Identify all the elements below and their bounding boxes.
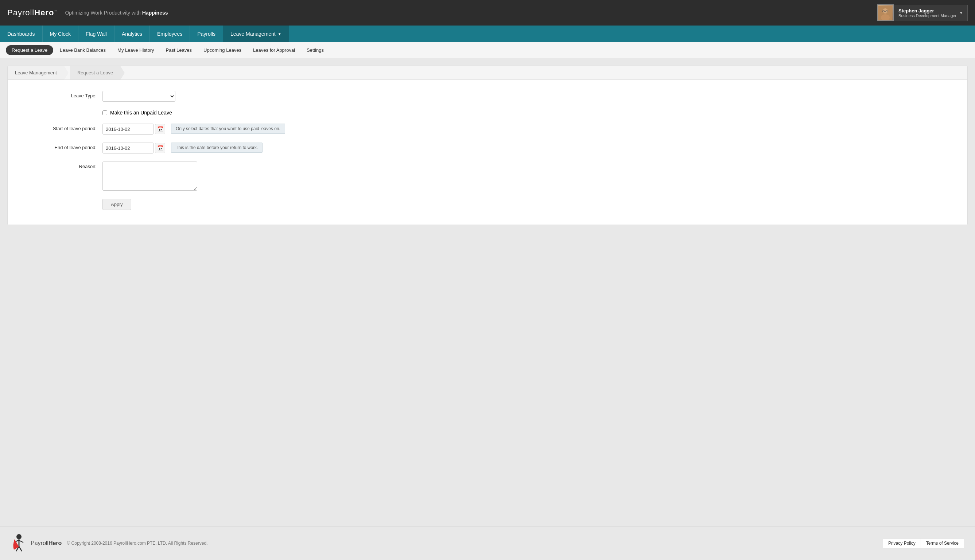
sub-nav-request-a-leave[interactable]: Request a Leave <box>6 45 53 55</box>
footer: PayrollHero © Copyright 2008-2016 Payrol… <box>0 526 975 560</box>
user-info[interactable]: Stephen Jagger Business Development Mana… <box>894 5 968 21</box>
sub-nav-settings[interactable]: Settings <box>302 45 329 55</box>
start-date-label: Start of leave period: <box>22 123 102 131</box>
footer-hero: Hero <box>48 540 62 546</box>
reason-group: Reason: <box>22 162 953 191</box>
logo-text: PayrollHero™ <box>7 8 58 18</box>
user-role: Business Development Manager <box>898 13 957 18</box>
nav-item-payrolls[interactable]: Payrolls <box>190 25 223 42</box>
logo-payroll: Payroll <box>7 8 34 17</box>
start-date-input-group: 📅 <box>102 123 165 135</box>
footer-copyright: © Copyright 2008-2016 PayrollHero.com PT… <box>67 541 207 546</box>
footer-logo <box>11 534 25 553</box>
end-date-input[interactable] <box>102 143 153 153</box>
nav-leave-management-label: Leave Management <box>230 31 276 37</box>
unpaid-leave-label <box>22 110 102 112</box>
end-date-label: End of leave period: <box>22 143 102 150</box>
logo: PayrollHero™ <box>7 8 58 18</box>
leave-type-label: Leave Type: <box>22 91 102 98</box>
main-nav: Dashboards My Clock Flag Wall Analytics … <box>0 25 975 42</box>
nav-item-flag-wall[interactable]: Flag Wall <box>78 25 115 42</box>
svg-point-6 <box>17 534 22 539</box>
sub-nav: Request a Leave Leave Bank Balances My L… <box>0 42 975 58</box>
user-name: Stephen Jagger <box>898 8 957 13</box>
header-right: Stephen Jagger Business Development Mana… <box>877 4 968 21</box>
logo-tm: ™ <box>54 10 58 13</box>
end-calendar-icon[interactable]: 📅 <box>155 143 165 153</box>
logo-hero: Hero <box>34 8 54 17</box>
nav-item-my-clock[interactable]: My Clock <box>43 25 79 42</box>
header: PayrollHero™ Optimizing Work Productivit… <box>0 0 975 25</box>
reason-textarea[interactable] <box>102 162 197 191</box>
nav-item-leave-management[interactable]: Leave Management ▼ <box>223 25 289 42</box>
avatar-image <box>878 5 893 20</box>
chevron-down-icon: ▼ <box>278 32 282 36</box>
apply-button-row: Apply <box>22 199 953 210</box>
svg-line-9 <box>19 540 23 542</box>
breadcrumb-leave-management: Leave Management <box>8 66 64 80</box>
chevron-down-icon: ▼ <box>959 11 963 15</box>
breadcrumb: Leave Management Request a Leave <box>8 66 967 80</box>
reason-label: Reason: <box>22 162 102 169</box>
leave-type-select[interactable] <box>102 91 175 102</box>
tagline-prefix: Optimizing Work Productivity with <box>65 10 142 16</box>
avatar <box>877 4 894 21</box>
unpaid-checkbox[interactable] <box>102 110 107 115</box>
terms-of-service-link[interactable]: Terms of Service <box>921 538 964 548</box>
footer-logo-icon <box>11 534 25 553</box>
svg-point-1 <box>883 8 888 13</box>
start-date-input[interactable] <box>102 123 153 135</box>
sub-nav-leave-bank-balances[interactable]: Leave Bank Balances <box>55 45 111 55</box>
user-info-text: Stephen Jagger Business Development Mana… <box>898 8 957 18</box>
footer-payroll: Payroll <box>31 540 48 546</box>
header-tagline: Optimizing Work Productivity with Happin… <box>65 10 168 16</box>
footer-logo-text: PayrollHero <box>31 540 62 547</box>
leave-type-group: Leave Type: <box>22 91 953 102</box>
breadcrumb-container: Leave Management Request a Leave Leave T… <box>7 66 968 225</box>
unpaid-leave-group: Make this an Unpaid Leave <box>22 110 953 115</box>
nav-item-dashboards[interactable]: Dashboards <box>0 25 43 42</box>
breadcrumb-request-a-leave: Request a Leave <box>70 66 120 80</box>
apply-button[interactable]: Apply <box>102 199 131 210</box>
main-content: Leave Management Request a Leave Leave T… <box>0 58 975 519</box>
start-date-group: Start of leave period: 📅 Only select dat… <box>22 123 953 135</box>
form-container: Leave Type: Make this an Unpaid Leave St… <box>8 80 967 225</box>
sub-nav-upcoming-leaves[interactable]: Upcoming Leaves <box>198 45 247 55</box>
start-calendar-icon[interactable]: 📅 <box>155 124 165 134</box>
footer-links: Privacy Policy Terms of Service <box>883 538 964 548</box>
header-left: PayrollHero™ Optimizing Work Productivit… <box>7 8 168 18</box>
end-date-input-group: 📅 <box>102 143 165 153</box>
nav-item-employees[interactable]: Employees <box>150 25 190 42</box>
end-date-hint: This is the date before your return to w… <box>171 143 263 153</box>
sub-nav-my-leave-history[interactable]: My Leave History <box>112 45 159 55</box>
svg-line-11 <box>19 547 22 551</box>
unpaid-checkbox-group: Make this an Unpaid Leave <box>102 110 172 115</box>
end-date-group: End of leave period: 📅 This is the date … <box>22 143 953 153</box>
privacy-policy-link[interactable]: Privacy Policy <box>883 538 921 548</box>
nav-item-analytics[interactable]: Analytics <box>115 25 150 42</box>
footer-left: PayrollHero © Copyright 2008-2016 Payrol… <box>11 534 207 553</box>
tagline-strong: Happiness <box>142 10 168 16</box>
start-date-hint: Only select dates that you want to use p… <box>171 123 285 134</box>
unpaid-leave-text: Make this an Unpaid Leave <box>110 110 172 115</box>
sub-nav-past-leaves[interactable]: Past Leaves <box>160 45 197 55</box>
sub-nav-leaves-for-approval[interactable]: Leaves for Approval <box>248 45 300 55</box>
